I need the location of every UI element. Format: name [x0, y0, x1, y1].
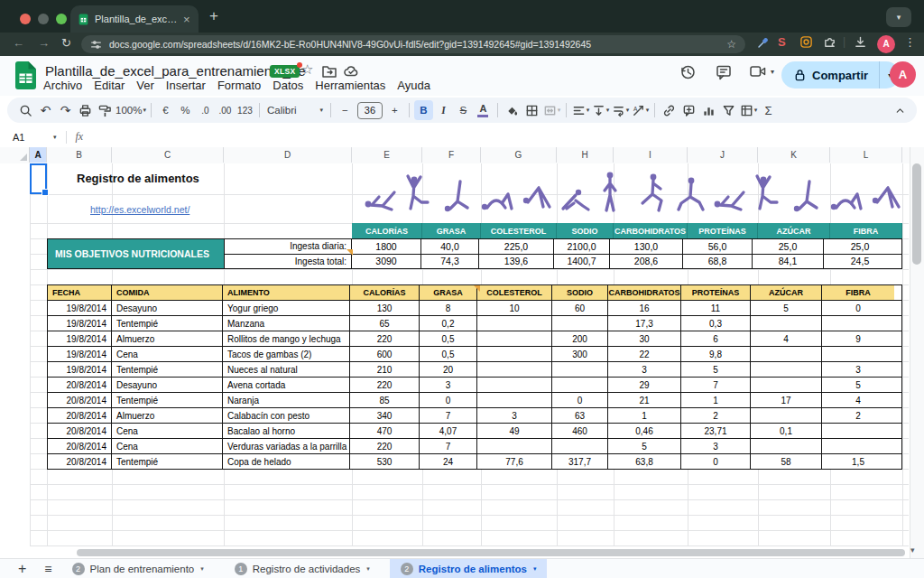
extensions-puzzle-icon[interactable]	[823, 35, 836, 49]
horizontal-align-icon[interactable]: ▾	[571, 100, 590, 120]
food-log-cell[interactable]: Cena	[112, 439, 223, 453]
bookmark-star-icon[interactable]: ☆	[726, 38, 736, 51]
food-log-header-6[interactable]: SODIO	[552, 285, 608, 300]
food-log-cell[interactable]: Tentempié	[112, 362, 223, 377]
version-history-icon[interactable]	[679, 63, 697, 81]
menu-editar[interactable]: Editar	[94, 79, 125, 92]
tab-search-chevron-button[interactable]: ▾	[886, 7, 911, 27]
food-log-cell[interactable]: 7	[420, 408, 477, 423]
s-extension-icon[interactable]: S	[778, 35, 786, 49]
comments-icon[interactable]	[715, 63, 733, 81]
site-settings-icon[interactable]	[90, 39, 102, 51]
food-log-header-1[interactable]: COMIDA	[112, 285, 223, 300]
goals-cell[interactable]: 24,5	[824, 255, 896, 269]
goals-header-4[interactable]: CARBOHIDRATOS	[614, 223, 688, 238]
food-log-cell[interactable]	[552, 316, 608, 331]
food-log-cell[interactable]	[751, 316, 822, 331]
food-log-cell[interactable]	[552, 362, 608, 377]
goals-header-3[interactable]: SODIO	[557, 223, 614, 238]
browser-tab[interactable]: Plantilla_de_excel_para_entr ×	[70, 5, 199, 33]
collapse-toolbar-icon[interactable]	[891, 100, 910, 120]
food-log-cell[interactable]: 2	[822, 408, 894, 423]
food-log-cell[interactable]: 317,7	[552, 454, 608, 469]
food-log-cell[interactable]: 30	[608, 331, 681, 346]
window-close-button[interactable]	[20, 14, 31, 24]
food-log-cell[interactable]: 20/8/2014	[48, 439, 112, 453]
goals-cell[interactable]: 1800	[352, 239, 421, 254]
food-log-cell[interactable]: Manzana	[223, 316, 350, 331]
food-log-cell[interactable]: 58	[751, 454, 822, 469]
nutrition-goals-label[interactable]: MIS OBJETIVOS NUTRICIONALES	[48, 239, 225, 268]
food-log-cell[interactable]: 200	[552, 331, 608, 346]
goals-cell[interactable]: 25,0	[824, 239, 896, 254]
decrease-font-size-button[interactable]: −	[336, 100, 355, 120]
format-currency-button[interactable]: €	[156, 100, 175, 120]
food-log-cell[interactable]: 19/8/2014	[48, 347, 112, 361]
goals-header-0[interactable]: CALORÍAS	[352, 223, 422, 238]
food-log-cell[interactable]: 9	[822, 331, 894, 346]
column-header-G[interactable]: G	[481, 147, 557, 163]
food-log-cell[interactable]	[822, 439, 894, 453]
food-log-cell[interactable]: 4,07	[420, 424, 477, 438]
food-log-cell[interactable]	[477, 347, 552, 361]
goals-cell[interactable]: 25,0	[753, 239, 824, 254]
text-color-button[interactable]: A	[474, 100, 493, 120]
goals-cell[interactable]: 208,6	[610, 255, 683, 269]
sheet-tab-menu-icon[interactable]: ▾	[533, 565, 537, 573]
food-log-cell[interactable]: 5	[822, 378, 894, 392]
column-header-L[interactable]: L	[830, 147, 902, 163]
browser-profile-avatar[interactable]: A	[877, 35, 895, 53]
food-log-cell[interactable]: Almuerzo	[112, 331, 223, 346]
increase-decimal-button[interactable]: .00	[216, 100, 235, 120]
food-log-cell[interactable]: 340	[350, 408, 420, 423]
food-log-cell[interactable]: 9,8	[681, 347, 751, 361]
goals-cell[interactable]: 84,1	[753, 255, 824, 269]
italic-button[interactable]: I	[434, 100, 453, 120]
borders-icon[interactable]	[522, 100, 541, 120]
food-log-cell[interactable]: 220	[350, 331, 420, 346]
bold-button[interactable]: B	[414, 100, 433, 120]
food-log-cell[interactable]: 0	[822, 301, 894, 315]
food-log-cell[interactable]: 3	[420, 378, 477, 392]
document-title[interactable]: Plantilla_de_excel_para_entrenamiento_de	[45, 63, 306, 79]
sheet-title-cell[interactable]: Registro de alimentos	[77, 172, 199, 185]
column-header-A[interactable]: A	[30, 147, 47, 163]
food-log-cell[interactable]	[751, 362, 822, 377]
tab-close-icon[interactable]: ×	[183, 14, 190, 25]
camera-extension-icon[interactable]	[799, 35, 813, 49]
food-log-cell[interactable]: 8	[420, 301, 477, 315]
share-button[interactable]: Compartir ▾	[781, 61, 900, 89]
new-tab-button[interactable]: +	[209, 7, 218, 25]
paint-format-icon[interactable]	[96, 100, 115, 120]
address-bar[interactable]: docs.google.com/spreadsheets/d/16MK2-bE-…	[81, 35, 745, 53]
food-log-cell[interactable]: Calabacín con pesto	[223, 408, 350, 423]
food-log-cell[interactable]: 0,3	[681, 316, 751, 331]
food-log-cell[interactable]: Yogur griego	[223, 301, 350, 315]
food-log-cell[interactable]: 210	[350, 362, 420, 377]
window-minimize-button[interactable]	[38, 14, 49, 24]
food-log-cell[interactable]: 16	[608, 301, 681, 315]
food-log-cell[interactable]: Bacalao al horno	[223, 424, 350, 438]
food-log-cell[interactable]: 0,5	[420, 347, 477, 361]
menu-ayuda[interactable]: Ayuda	[397, 79, 430, 92]
column-header-C[interactable]: C	[112, 147, 224, 163]
goals-cell[interactable]: 130,0	[610, 239, 683, 254]
menu-datos[interactable]: Datos	[273, 79, 303, 92]
column-header-K[interactable]: K	[758, 147, 830, 163]
food-log-cell[interactable]: 460	[552, 424, 608, 438]
food-log-cell[interactable]	[751, 378, 822, 392]
back-icon[interactable]: ←	[13, 36, 24, 50]
spreadsheet-grid[interactable]: Registro de alimentos http://es.excelwor…	[0, 163, 910, 548]
food-log-cell[interactable]	[477, 378, 552, 392]
food-log-cell[interactable]: 17	[751, 393, 822, 407]
food-log-cell[interactable]: Nueces al natural	[223, 362, 350, 377]
add-sheet-button[interactable]: +	[18, 561, 26, 577]
decrease-decimal-button[interactable]: .0	[196, 100, 215, 120]
food-log-cell[interactable]: 22	[608, 347, 681, 361]
strikethrough-button[interactable]: S	[454, 100, 473, 120]
insert-link-icon[interactable]	[660, 100, 679, 120]
food-log-cell[interactable]: 530	[350, 454, 420, 469]
food-log-cell[interactable]: 20/8/2014	[48, 393, 112, 407]
goals-cell[interactable]: 3090	[352, 255, 421, 269]
select-all-corner[interactable]	[0, 147, 30, 163]
